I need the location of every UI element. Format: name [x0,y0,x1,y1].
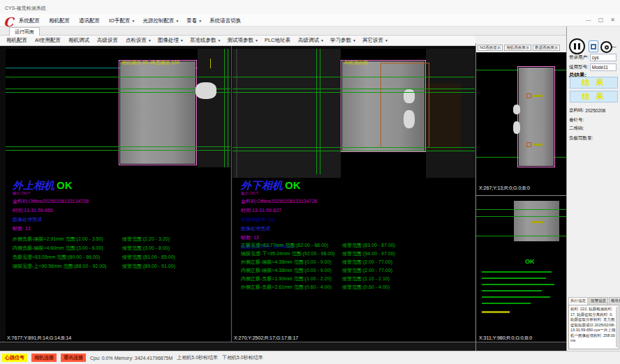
blurred-label [532,221,543,223]
blurred-label [533,95,542,97]
menu-item-label: IO手配置 [109,17,130,24]
measurement-value: 内侧负极-隔膜=4.60mm 范围:(3.00 - 6.00) [13,245,122,252]
stats-log-text: 耗时: 222, 轮廓检测耗时: 17, 轮廓提取分离耗时: 0, 轮廓提取分析… [570,307,615,342]
measurement-row: 外侧正极-隔膜=4.38mm 范围:(0.00 - 9.00) 报警范围:(2.… [241,258,395,266]
menu-item[interactable]: 光源控制配置▼ [142,17,179,24]
maximize-button[interactable]: ▢ [598,17,604,23]
overlay-line [232,147,475,148]
measurement-value: 正极宽度=83.77mm 范围:(82.00 - 88.00) [241,242,342,249]
menu-item[interactable]: 通讯配置 [79,17,101,24]
overlay-line [6,77,230,77]
lower-camera-check-text: 下相机5.0秒检结果 [222,354,263,361]
measurement-row: 隔膜宽度-下=95.24mm 范围:(92.00 - 98.00) 报警范围:(… [241,250,395,258]
scrollbar[interactable] [616,307,618,347]
qr-code-label: 二维码: [569,126,584,132]
toolbar-item[interactable]: 其它设置▼ [362,37,388,44]
pause-button[interactable] [569,38,585,54]
time-line: 时间:13-31-59-650 [13,207,89,214]
toolbar-item[interactable]: 相机调试 [68,37,91,44]
toolbar-item[interactable]: 点检设置▼ [126,37,152,44]
stats-tab[interactable]: 报警信息 [589,297,608,305]
measurement-value: 外侧正极-隔膜=4.38mm 范围:(0.00 - 9.00) [241,259,342,266]
stats-log[interactable]: 耗时: 222, 轮廓检测耗时: 17, 轮廓提取分离耗时: 0, 轮廓提取分析… [568,305,619,349]
stats-tab[interactable]: 模块信息 [609,297,620,305]
window-title: CYS-视觉检测系统 [5,5,46,12]
blurred-text-line [482,296,550,298]
menu-item[interactable]: 相机配置 [49,17,71,24]
stats-tab[interactable]: 执行信息 [568,297,588,305]
app-logo-icon: C [3,15,13,29]
measurement-row: 内侧负极-隔膜=4.60mm 范围:(3.00 - 6.00) 报警范围:(3.… [13,243,175,252]
login-label: 登录用户: [569,54,589,61]
blurred-text-line [482,271,552,273]
camera-tool-button[interactable] [589,40,598,52]
toolbar-item[interactable]: 学习参数▼ [330,37,356,44]
control-sidebar: ← 登录用户: cys 使用型号: Mode11 总结果: 结 果 结 果 盒料… [566,26,620,351]
overlay-line [224,49,225,167]
threshold-overlay-label: 相机阈值:93, 峰态阈值:100 [121,59,179,66]
overlay-line [476,236,566,236]
title-bar: CYS-视觉检测系统 [0,0,620,14]
measurement-value: 外侧负极-隔膜=2.91mm 范围:(2.00 - 3.50) [13,236,122,243]
camera-icon [591,44,596,50]
toolbar-item-label: 学习参数 [330,37,351,44]
toolbar-item-label: 测试项参数 [227,37,253,44]
overlay-line [316,49,317,174]
window-controls: — ▢ ✕ [586,17,615,23]
close-button[interactable]: ✕ [610,17,615,23]
model-field[interactable]: Mode11 [590,63,617,71]
pixel-coords-readout: X:7677;Y:891;R:14;G:14;B:14 [7,335,71,340]
blurred-text-line [482,278,546,279]
main-bottom-strip [0,342,475,351]
connector-object [195,82,216,99]
toolbar-item[interactable]: AI使用配置 [35,37,62,44]
panel-divider [231,46,232,342]
toolbar-item[interactable]: 相机配置 [6,37,29,44]
toolbar-item[interactable]: 高级调试▼ [298,37,324,44]
time-line: 时间:13-31-59-627 [241,207,317,214]
menu-item[interactable]: 系统语言切换 [209,17,242,24]
machine-edge [236,49,237,178]
menu-item[interactable]: 查看▼ [186,17,202,24]
toolbar-item[interactable]: 基准线参数▼ [190,37,221,44]
toolbar: 相机配置 AI使用配置 相机调试 高级设置 点检设置▼ 图像处理▼ 基准线参数▼… [0,36,475,46]
login-row: 登录用户: cys [569,54,617,61]
mini-panel-divider [476,195,566,196]
minimize-button[interactable]: — [586,17,591,23]
overlay-line [6,146,230,147]
chevron-down-icon: ▼ [353,38,356,43]
login-user-field[interactable]: cys [590,54,617,61]
mini-view-tab[interactable]: NG画面显示 [478,45,503,51]
overlay-line [232,151,475,151]
mini-result-status: OK [525,258,535,265]
menu-item[interactable]: 系统配置 [19,17,41,24]
measurement-list: 外侧负极-隔膜=2.91mm 范围:(2.00 - 3.50) 报警范围:(2.… [13,234,175,271]
main-view-area: 相机阈值:93, 峰态阈值:100 外上相机OK 输出:OK/T 盒料码:Off… [0,46,475,351]
process-done-line: 图像处理完成 [241,225,317,232]
toolbar-item-label: 高级调试 [298,37,319,44]
alarm-range: 报警范围:(83.00 - 87.00) [342,242,395,249]
back-button[interactable]: ← [609,40,618,51]
toolbar-item[interactable]: PLC地址表 [265,37,292,44]
blurred-label [482,311,510,313]
toolbar-item[interactable]: 测试项参数▼ [227,37,258,44]
toolbar-item[interactable]: 图像处理▼ [158,37,184,44]
alarm-range: 报警范围:(2.20 - 3.20) [122,236,170,243]
menu-item[interactable]: IO手配置▼ [109,17,135,24]
overlay-line [232,77,475,77]
alarm-range: 报警范围:(0.60 - 4.00) [342,284,390,291]
chevron-down-icon: ▼ [385,38,388,43]
batch-code-value: 20250208 [585,108,605,113]
blurred-label [533,144,542,146]
toolbar-item[interactable]: 高级设置 [97,37,119,44]
stats-tabs: 执行信息 报警信息 模块信息 [568,297,619,305]
alarm-range: 报警范围:(3.00 - 8.00) [122,245,170,252]
upper-result-button[interactable]: 结 果 [570,77,618,89]
overlay-marker [210,59,211,68]
lower-result-button[interactable]: 结 果 [570,91,618,103]
measurement-value: 隔膜宽度-下=95.24mm 范围:(92.00 - 98.00) [241,250,342,257]
mini-view-tab[interactable]: 数据画面展示 [533,45,560,51]
reflection-spot [513,121,520,134]
mini-view-tab[interactable]: 相机画面展示 [504,45,531,51]
chevron-down-icon: ▼ [198,19,202,23]
